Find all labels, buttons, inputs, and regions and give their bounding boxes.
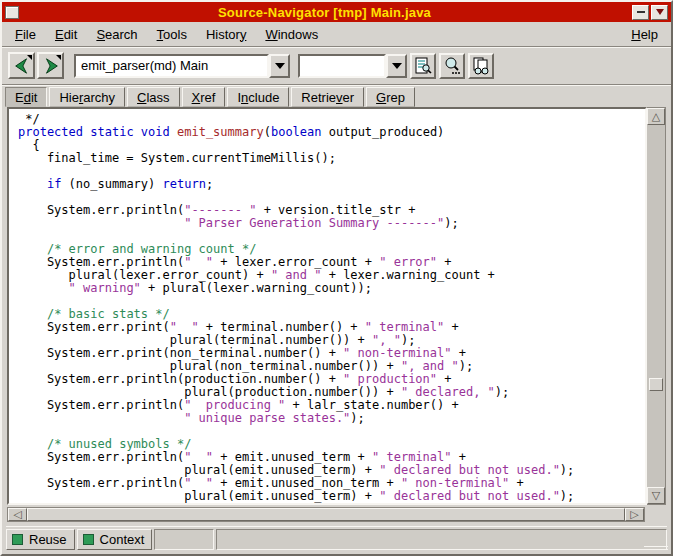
code-line: " unique parse states."); <box>18 412 645 425</box>
context-toggle[interactable]: Context <box>77 529 153 550</box>
menu-windows[interactable]: Windows <box>265 27 318 42</box>
editor-row: */protected static void emit_summary(boo… <box>7 107 666 505</box>
grep-icon <box>471 56 491 76</box>
tab-retriever[interactable]: Retriever <box>291 87 364 107</box>
code-line: if (no_summary) return; <box>18 178 645 191</box>
statusbar: Reuse Context <box>6 526 667 549</box>
context-label: Context <box>100 532 145 547</box>
back-history-dropdown-icon <box>27 55 32 60</box>
code-line: " warning" + plural(lexer.warning_count)… <box>18 282 645 295</box>
dropdown-arrow-icon <box>275 63 285 69</box>
hscroll-row: ◁ ▷ <box>7 507 666 522</box>
down-arrow-icon: ▽ <box>652 489 660 502</box>
up-arrow-icon: △ <box>652 110 660 123</box>
scroll-down-button[interactable]: ▽ <box>647 487 665 504</box>
tab-include[interactable]: Include <box>227 87 289 107</box>
tab-class[interactable]: Class <box>127 87 180 107</box>
minimize-button[interactable] <box>632 5 649 20</box>
scrollbar-corner <box>645 507 666 522</box>
view-tabbar: EditHierarchyClassXrefIncludeRetrieverGr… <box>2 85 671 107</box>
titlebar[interactable]: Source-Navigator [tmp] Main.java <box>2 2 671 22</box>
scroll-up-button[interactable]: △ <box>647 108 665 125</box>
right-arrow-icon: ▷ <box>630 508 638 521</box>
context-checkbox-icon <box>83 534 94 545</box>
scroll-left-button[interactable]: ◁ <box>8 508 27 521</box>
window-title: Source-Navigator [tmp] Main.java <box>19 5 630 20</box>
symbol-combobox: emit_parser(md) Main <box>74 54 290 78</box>
menu-help[interactable]: Help <box>631 27 658 42</box>
back-button[interactable] <box>8 52 35 79</box>
tab-hierarchy[interactable]: Hierarchy <box>49 87 125 107</box>
search-button[interactable] <box>439 53 465 79</box>
forward-history-dropdown-icon <box>56 55 61 60</box>
menu-file[interactable]: File <box>15 27 36 42</box>
symbol-browser-button[interactable] <box>410 53 436 79</box>
dropdown-arrow-icon <box>392 63 402 69</box>
vertical-scrollbar[interactable]: △ ▽ <box>647 107 666 505</box>
grep-button[interactable] <box>468 53 494 79</box>
search-combobox-entry[interactable] <box>298 54 386 78</box>
tab-grep[interactable]: Grep <box>366 87 415 107</box>
resize-grip[interactable] <box>644 544 668 552</box>
status-panel-left <box>154 529 214 550</box>
status-panel-message <box>216 529 667 550</box>
toolbar: emit_parser(md) Main <box>2 47 671 85</box>
source-navigator-window: Source-Navigator [tmp] Main.java FileEdi… <box>0 0 673 556</box>
code-line: plural(emit.unused_term) + " declared bu… <box>18 490 645 503</box>
reuse-label: Reuse <box>29 532 67 547</box>
menubar: FileEditSearchToolsHistoryWindowsHelp <box>2 22 671 47</box>
menu-edit[interactable]: Edit <box>55 27 77 42</box>
file-viewer-icon <box>413 56 433 76</box>
menu-tools[interactable]: Tools <box>157 27 187 42</box>
code-line: " Parser Generation Summary -------"); <box>18 217 645 230</box>
tab-xref[interactable]: Xref <box>182 87 226 107</box>
horizontal-scrollbar-thumb[interactable] <box>27 508 625 521</box>
window-menu-icon[interactable] <box>5 6 19 19</box>
menu-search[interactable]: Search <box>96 27 137 42</box>
search-combobox-dropdown[interactable] <box>386 54 407 78</box>
symbol-combobox-entry[interactable]: emit_parser(md) Main <box>74 54 269 78</box>
reuse-checkbox-icon <box>12 534 23 545</box>
search-combobox <box>298 54 407 78</box>
forward-button[interactable] <box>37 52 64 79</box>
search-icon <box>442 56 462 76</box>
scroll-right-button[interactable]: ▷ <box>625 508 644 521</box>
menu-history[interactable]: History <box>206 27 246 42</box>
code-line: final_time = System.currentTimeMillis(); <box>18 152 645 165</box>
minimize-icon <box>637 11 645 13</box>
left-arrow-icon: ◁ <box>13 508 21 521</box>
maximize-button[interactable] <box>651 5 668 20</box>
code-line: protected static void emit_summary(boole… <box>18 126 645 139</box>
horizontal-scrollbar[interactable]: ◁ ▷ <box>7 507 645 522</box>
maximize-icon <box>656 9 664 15</box>
code-editor[interactable]: */protected static void emit_summary(boo… <box>7 107 647 505</box>
vertical-scrollbar-trough[interactable] <box>647 125 665 487</box>
reuse-toggle[interactable]: Reuse <box>6 529 75 550</box>
tab-edit[interactable]: Edit <box>5 87 47 107</box>
vertical-scrollbar-thumb[interactable] <box>649 378 663 391</box>
symbol-combobox-dropdown[interactable] <box>269 54 290 78</box>
